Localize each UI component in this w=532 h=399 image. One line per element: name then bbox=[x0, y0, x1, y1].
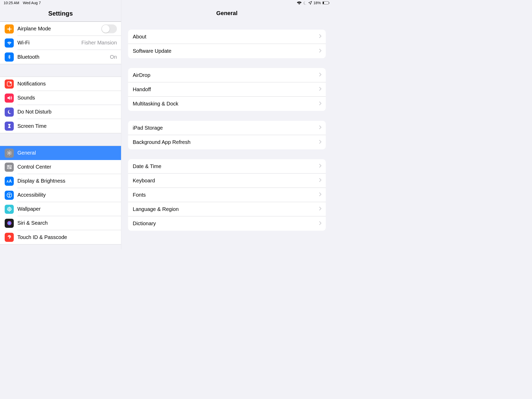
sidebar-item-label: Siri & Search bbox=[17, 220, 117, 226]
sidebar-item-controlcenter[interactable]: Control Center bbox=[0, 160, 121, 174]
sidebar-item-general[interactable]: General bbox=[0, 146, 121, 160]
sidebar-item-label: Wallpaper bbox=[17, 206, 117, 212]
svg-point-18 bbox=[8, 210, 9, 211]
svg-rect-3 bbox=[7, 165, 11, 167]
detail-item-software-update[interactable]: Software Update bbox=[128, 44, 326, 58]
svg-point-14 bbox=[7, 209, 8, 210]
detail-item-dictionary[interactable]: Dictionary bbox=[128, 216, 326, 231]
chevron-right-icon bbox=[319, 125, 322, 130]
battery-icon bbox=[322, 1, 329, 4]
sidebar-item-siri[interactable]: Siri & Search bbox=[0, 216, 121, 230]
sidebar-item-label: Screen Time bbox=[17, 123, 117, 129]
chevron-right-icon bbox=[319, 140, 322, 145]
notifications-icon bbox=[5, 79, 14, 89]
detail-item-label: Dictionary bbox=[133, 221, 319, 227]
detail-item-about[interactable]: About bbox=[128, 30, 326, 44]
svg-point-19 bbox=[10, 210, 11, 211]
sidebar-item-value: On bbox=[110, 54, 117, 60]
sidebar-item-label: Bluetooth bbox=[17, 54, 110, 60]
sidebar-item-label: Notifications bbox=[17, 81, 117, 87]
hourglass-icon bbox=[5, 122, 14, 131]
detail-item-bgrefresh[interactable]: Background App Refresh bbox=[128, 135, 326, 149]
chevron-right-icon bbox=[319, 101, 322, 107]
sidebar-item-label: Wi-Fi bbox=[17, 40, 81, 46]
chevron-right-icon bbox=[319, 207, 322, 212]
sidebar-scroll[interactable]: Airplane ModeWi-FiFisher MansionBluetoot… bbox=[0, 22, 121, 249]
sidebar-item-bluetooth[interactable]: BluetoothOn bbox=[0, 50, 121, 64]
detail-item-keyboard[interactable]: Keyboard bbox=[128, 174, 326, 188]
svg-rect-5 bbox=[7, 168, 11, 169]
sidebar-item-screentime[interactable]: Screen Time bbox=[0, 119, 121, 133]
svg-point-6 bbox=[10, 168, 11, 168]
detail-scroll[interactable]: AboutSoftware UpdateAirDropHandoffMultit… bbox=[121, 21, 332, 249]
detail-item-label: Fonts bbox=[133, 192, 319, 198]
svg-text:A: A bbox=[9, 179, 12, 183]
chevron-right-icon bbox=[319, 49, 322, 54]
wifi-icon bbox=[5, 38, 14, 48]
sidebar-item-label: Do Not Disturb bbox=[17, 109, 117, 115]
chevron-right-icon bbox=[319, 34, 322, 39]
detail-item-handoff[interactable]: Handoff bbox=[128, 82, 326, 97]
sidebar-item-wifi[interactable]: Wi-FiFisher Mansion bbox=[0, 36, 121, 50]
svg-point-16 bbox=[8, 207, 9, 208]
sidebar-item-notifications[interactable]: Notifications bbox=[0, 77, 121, 91]
detail-item-label: AirDrop bbox=[133, 72, 319, 78]
sidebar-item-label: Control Center bbox=[17, 164, 117, 170]
svg-point-10 bbox=[9, 194, 10, 194]
chevron-right-icon bbox=[319, 178, 322, 183]
sounds-icon bbox=[5, 94, 14, 103]
svg-text:A: A bbox=[6, 180, 9, 183]
svg-point-1 bbox=[10, 82, 11, 83]
svg-point-13 bbox=[9, 210, 10, 212]
detail-item-fonts[interactable]: Fonts bbox=[128, 188, 326, 202]
sidebar-item-dnd[interactable]: Do Not Disturb bbox=[0, 105, 121, 119]
detail-item-label: Background App Refresh bbox=[133, 139, 319, 145]
accessibility-icon bbox=[5, 191, 14, 200]
sidebar-item-label: Accessibility bbox=[17, 192, 117, 198]
chevron-right-icon bbox=[319, 72, 322, 78]
sidebar-item-airplane[interactable]: Airplane Mode bbox=[0, 22, 121, 36]
detail-item-label: Software Update bbox=[133, 48, 319, 54]
gear-icon bbox=[5, 149, 14, 158]
detail-item-label: Multitasking & Dock bbox=[133, 101, 319, 107]
bluetooth-icon bbox=[5, 52, 14, 62]
wifi-icon bbox=[297, 1, 302, 5]
chevron-right-icon bbox=[319, 192, 322, 197]
detail-item-multitasking[interactable]: Multitasking & Dock bbox=[128, 97, 326, 111]
detail-item-datetime[interactable]: Date & Time bbox=[128, 159, 326, 174]
status-time: 10:25 AM bbox=[4, 1, 19, 5]
sidebar-item-touchid[interactable]: Touch ID & Passcode bbox=[0, 230, 121, 244]
svg-point-20 bbox=[7, 221, 11, 225]
detail-item-label: Keyboard bbox=[133, 178, 319, 184]
detail-item-storage[interactable]: iPad Storage bbox=[128, 121, 326, 135]
detail-item-label: About bbox=[133, 34, 319, 40]
sidebar-item-sounds[interactable]: Sounds bbox=[0, 91, 121, 105]
siri-icon bbox=[5, 219, 14, 228]
sidebar-item-label: Display & Brightness bbox=[17, 178, 117, 184]
sidebar-item-label: Airplane Mode bbox=[17, 26, 101, 32]
dnd-moon-icon bbox=[303, 1, 307, 5]
detail-item-label: iPad Storage bbox=[133, 125, 319, 131]
svg-point-4 bbox=[8, 165, 9, 166]
svg-point-11 bbox=[9, 208, 10, 210]
sidebar-item-label: Sounds bbox=[17, 95, 117, 101]
settings-sidebar: Settings Airplane ModeWi-FiFisher Mansio… bbox=[0, 0, 121, 249]
switches-icon bbox=[5, 163, 14, 172]
moon-icon bbox=[5, 108, 14, 117]
battery-percent: 18% bbox=[314, 1, 321, 5]
sidebar-item-wallpaper[interactable]: Wallpaper bbox=[0, 202, 121, 216]
detail-item-label: Language & Region bbox=[133, 206, 319, 212]
sidebar-item-label: Touch ID & Passcode bbox=[17, 234, 117, 240]
location-icon bbox=[308, 1, 312, 5]
svg-point-17 bbox=[10, 207, 11, 208]
chevron-right-icon bbox=[319, 221, 322, 226]
flower-icon bbox=[5, 205, 14, 214]
detail-item-label: Date & Time bbox=[133, 163, 319, 169]
detail-item-airdrop[interactable]: AirDrop bbox=[128, 68, 326, 82]
svg-point-15 bbox=[10, 209, 11, 210]
sidebar-item-accessibility[interactable]: Accessibility bbox=[0, 188, 121, 202]
detail-item-langregion[interactable]: Language & Region bbox=[128, 202, 326, 216]
aa-icon: AA bbox=[5, 177, 14, 186]
sidebar-item-display[interactable]: AADisplay & Brightness bbox=[0, 174, 121, 188]
airplane-toggle[interactable] bbox=[101, 24, 117, 33]
